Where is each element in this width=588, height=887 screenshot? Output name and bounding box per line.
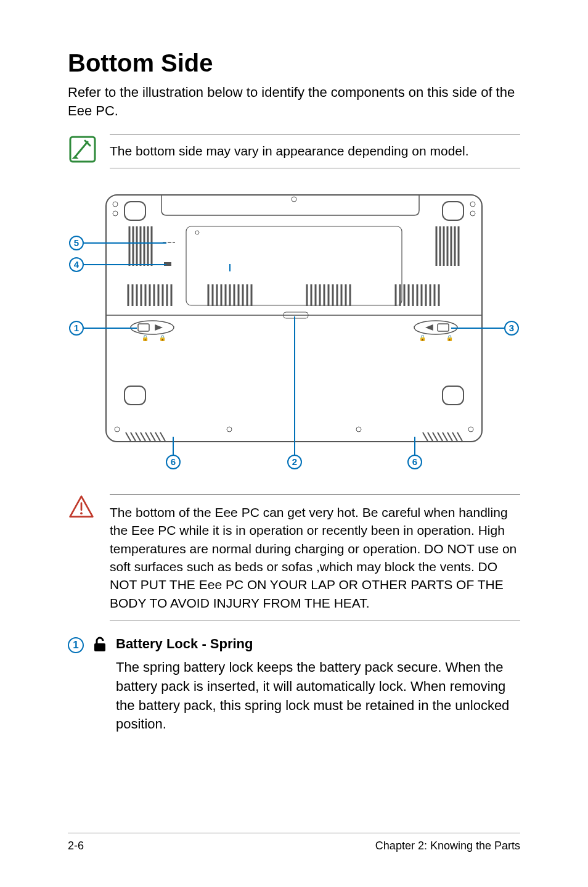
callout-4: 4	[69, 257, 84, 272]
svg-line-95	[160, 432, 165, 441]
item-1-body: The spring battery lock keeps the batter…	[116, 658, 520, 734]
bottom-side-diagram: 🔓 🔒 🔓 🔒 5 4 1 3	[69, 186, 519, 469]
svg-text:🔒: 🔒	[446, 334, 454, 342]
footer-page-number: 2-6	[68, 840, 84, 852]
svg-point-3	[113, 202, 118, 207]
svg-text:🔒: 🔒	[159, 334, 166, 342]
svg-line-101	[447, 432, 452, 441]
svg-rect-27	[186, 226, 402, 305]
svg-point-87	[468, 427, 473, 432]
svg-rect-75	[138, 324, 149, 331]
svg-point-5	[470, 202, 475, 207]
svg-text:🔓: 🔓	[142, 334, 149, 342]
svg-point-28	[195, 231, 199, 234]
svg-line-91	[141, 432, 145, 441]
svg-line-96	[423, 432, 428, 441]
callout-3: 3	[504, 321, 519, 336]
svg-point-4	[113, 211, 118, 216]
warning-icon	[68, 494, 97, 524]
svg-point-74	[131, 321, 174, 334]
svg-line-93	[150, 432, 155, 441]
svg-point-6	[470, 211, 475, 216]
svg-rect-83	[443, 386, 463, 405]
svg-rect-79	[438, 324, 449, 331]
warning-text: The bottom of the Eee PC can get very ho…	[110, 494, 520, 621]
svg-line-89	[131, 432, 136, 441]
svg-point-86	[356, 427, 361, 432]
svg-line-102	[452, 432, 457, 441]
svg-line-94	[155, 432, 160, 441]
item-1-title: Battery Lock - Spring	[116, 636, 520, 652]
svg-line-97	[428, 432, 433, 441]
item-1-number: 1	[68, 637, 84, 653]
page-footer: 2-6 Chapter 2: Knowing the Parts	[68, 833, 520, 852]
svg-rect-8	[443, 202, 463, 220]
svg-rect-106	[94, 643, 105, 651]
footer-chapter: Chapter 2: Knowing the Parts	[375, 840, 520, 852]
svg-point-84	[115, 427, 120, 432]
svg-line-100	[443, 432, 447, 441]
item-1-row: 1 Battery Lock - Spring The spring batte…	[68, 636, 520, 734]
callout-5: 5	[69, 236, 84, 250]
callout-2: 2	[287, 455, 302, 469]
svg-line-88	[126, 432, 131, 441]
callout-6-right: 6	[407, 455, 422, 469]
page-heading: Bottom Side	[68, 49, 520, 77]
intro-paragraph: Refer to the illustration below to ident…	[68, 83, 520, 120]
svg-point-2	[292, 197, 296, 202]
svg-line-98	[433, 432, 438, 441]
note-box: The bottom side may vary in appearance d…	[68, 134, 520, 168]
callout-1: 1	[69, 321, 84, 336]
svg-rect-82	[125, 386, 145, 405]
svg-line-99	[438, 432, 443, 441]
svg-text:🔓: 🔓	[419, 334, 427, 342]
svg-line-103	[457, 432, 462, 441]
note-text: The bottom side may vary in appearance d…	[110, 134, 520, 168]
svg-rect-7	[125, 202, 145, 220]
svg-line-90	[136, 432, 141, 441]
svg-point-85	[227, 427, 232, 432]
warning-box: The bottom of the Eee PC can get very ho…	[68, 494, 520, 621]
lock-icon	[91, 636, 108, 656]
svg-line-92	[145, 432, 150, 441]
svg-point-105	[80, 512, 83, 514]
callout-6-left: 6	[166, 455, 181, 469]
note-icon	[68, 134, 97, 167]
